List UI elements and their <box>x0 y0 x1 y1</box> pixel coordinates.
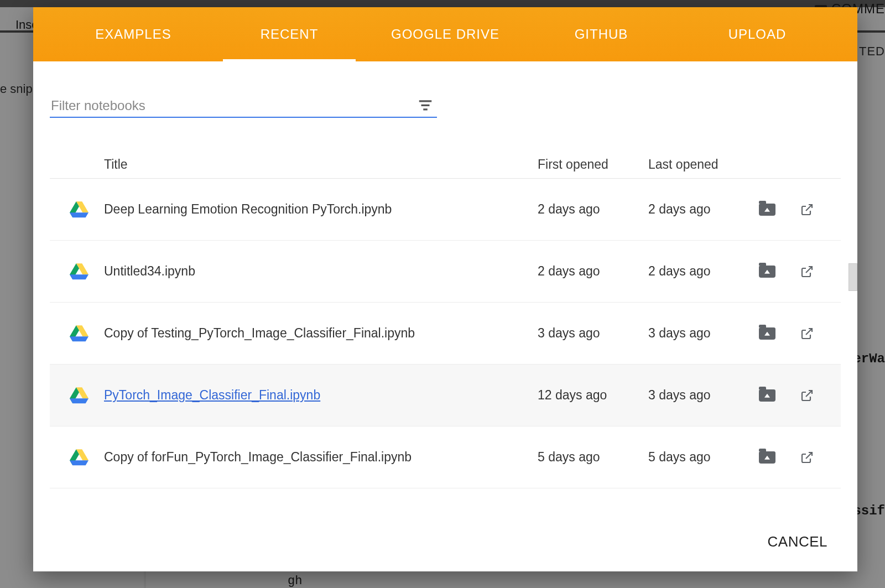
svg-marker-11 <box>70 336 88 341</box>
filter-input[interactable] <box>50 95 437 118</box>
last-opened: 3 days ago <box>648 326 759 341</box>
filter-row <box>50 95 841 118</box>
tab-recent[interactable]: RECENT <box>211 7 367 61</box>
svg-marker-14 <box>70 398 88 403</box>
notebook-title: PyTorch_Image_Classifier_Final.ipynb <box>104 388 538 403</box>
table-row[interactable]: Deep Learning Emotion Recognition PyTorc… <box>50 179 841 241</box>
first-opened: 3 days ago <box>538 326 648 341</box>
notebook-title: Copy of Testing_PyTorch_Image_Classifier… <box>104 326 538 341</box>
filter-icon[interactable] <box>414 97 437 116</box>
last-opened: 3 days ago <box>648 388 759 403</box>
first-opened: 2 days ago <box>538 202 648 217</box>
svg-rect-1 <box>421 105 430 106</box>
notebook-title: Untitled34.ipynb <box>104 264 538 279</box>
svg-marker-8 <box>70 274 88 279</box>
open-new-tab-icon[interactable] <box>798 326 816 341</box>
notebook-table: Title First opened Last opened Deep Lear… <box>50 151 841 488</box>
table-row[interactable]: Copy of Testing_PyTorch_Image_Classifier… <box>50 303 841 365</box>
table-row[interactable]: Copy of forFun_PyTorch_Image_Classifier_… <box>50 426 841 488</box>
open-in-drive-icon[interactable] <box>759 389 775 402</box>
svg-marker-5 <box>70 212 88 217</box>
notebook-title: Deep Learning Emotion Recognition PyTorc… <box>104 202 538 217</box>
drive-icon <box>54 325 104 342</box>
last-opened: 5 days ago <box>648 450 759 465</box>
tab-label: GOOGLE DRIVE <box>391 27 499 42</box>
tab-label: EXAMPLES <box>95 27 171 42</box>
open-new-tab-icon[interactable] <box>798 202 816 217</box>
last-opened: 2 days ago <box>648 202 759 217</box>
tab-label: GITHUB <box>575 27 628 42</box>
tab-label: UPLOAD <box>728 27 787 42</box>
open-new-tab-icon[interactable] <box>798 264 816 279</box>
scrollbar-thumb[interactable] <box>848 263 857 291</box>
open-in-drive-icon[interactable] <box>759 451 775 464</box>
open-new-tab-icon[interactable] <box>798 450 816 465</box>
drive-icon <box>54 201 104 218</box>
column-header-first-opened[interactable]: First opened <box>538 157 648 172</box>
open-notebook-dialog: EXAMPLES RECENT GOOGLE DRIVE GITHUB UPLO… <box>33 7 857 571</box>
drive-icon <box>54 449 104 466</box>
column-header-last-opened[interactable]: Last opened <box>648 157 759 172</box>
open-in-drive-icon[interactable] <box>759 327 775 340</box>
table-row[interactable]: PyTorch_Image_Classifier_Final.ipynb 12 … <box>50 365 841 426</box>
tab-google-drive[interactable]: GOOGLE DRIVE <box>367 7 523 61</box>
column-header-title[interactable]: Title <box>104 157 538 172</box>
tab-github[interactable]: GITHUB <box>523 7 679 61</box>
drive-icon <box>54 263 104 280</box>
open-in-drive-icon[interactable] <box>759 204 775 216</box>
first-opened: 2 days ago <box>538 264 648 279</box>
table-header: Title First opened Last opened <box>50 151 841 179</box>
tab-label: RECENT <box>261 27 319 42</box>
cancel-button[interactable]: CANCEL <box>760 528 835 556</box>
notebook-title: Copy of forFun_PyTorch_Image_Classifier_… <box>104 450 538 465</box>
svg-rect-0 <box>419 100 432 102</box>
tab-upload[interactable]: UPLOAD <box>679 7 835 61</box>
first-opened: 12 days ago <box>538 388 648 403</box>
dialog-tabs: EXAMPLES RECENT GOOGLE DRIVE GITHUB UPLO… <box>33 7 857 61</box>
last-opened: 2 days ago <box>648 264 759 279</box>
dialog-footer: CANCEL <box>760 528 835 556</box>
drive-icon <box>54 387 104 404</box>
svg-marker-17 <box>70 460 88 465</box>
dialog-body: Title First opened Last opened Deep Lear… <box>33 61 857 571</box>
svg-rect-2 <box>423 108 428 110</box>
open-in-drive-icon[interactable] <box>759 266 775 278</box>
table-row[interactable]: Untitled34.ipynb 2 days ago 2 days ago <box>50 241 841 303</box>
tab-examples[interactable]: EXAMPLES <box>55 7 211 61</box>
first-opened: 5 days ago <box>538 450 648 465</box>
open-new-tab-icon[interactable] <box>798 388 816 403</box>
